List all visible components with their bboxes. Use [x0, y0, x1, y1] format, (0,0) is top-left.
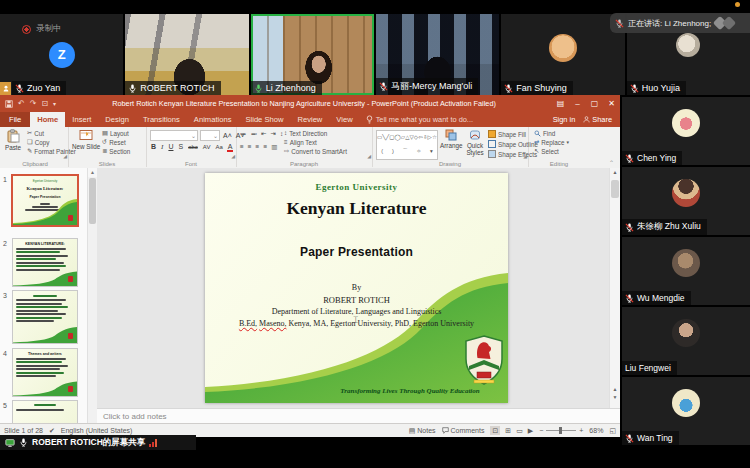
zoom-out-icon[interactable]: −	[539, 427, 543, 434]
share-button[interactable]: Share	[583, 115, 612, 124]
scroll-up-icon[interactable]: ▲	[88, 168, 97, 177]
notes-toggle[interactable]: ▤Notes	[409, 427, 436, 434]
drawing-dialog-launcher-icon[interactable]: ◢	[523, 153, 527, 159]
character-spacing-button[interactable]: AV	[202, 144, 212, 150]
tell-me-box[interactable]: Tell me what you want to do...	[360, 115, 473, 124]
redo-icon[interactable]: ↷	[30, 100, 37, 108]
bullets-icon[interactable]: ≔	[240, 131, 247, 138]
thumbnail-slide-3[interactable]	[12, 290, 78, 344]
normal-view-icon[interactable]: ⊡	[490, 426, 500, 435]
strikethrough-button[interactable]: abc	[187, 144, 199, 150]
thumbnail-slide-5[interactable]	[12, 400, 78, 423]
tab-review[interactable]: Review	[290, 112, 329, 127]
notes-pane[interactable]: Click to add notes	[97, 408, 620, 424]
align-right-icon[interactable]: ≡	[256, 144, 260, 151]
replace-button[interactable]: ⇄Replace▾	[534, 139, 569, 146]
zoom-level[interactable]: 68%	[589, 427, 603, 434]
video-tile-zuo-yan[interactable]: Z Zuo Yan	[0, 14, 123, 95]
video-tile-li-zhenhong[interactable]: Li Zhenhong	[251, 14, 374, 95]
sidebar-tile-zhu-xuliu[interactable]: 朱徐柳 Zhu Xuliu	[622, 167, 750, 235]
fit-to-window-icon[interactable]: ◱	[609, 427, 616, 434]
select-button[interactable]: ↖Select	[534, 148, 569, 155]
tab-view[interactable]: View	[329, 112, 359, 127]
shadow-button[interactable]: S	[177, 143, 184, 150]
minimize-button[interactable]: –	[569, 95, 586, 112]
line-spacing-icon[interactable]: ↕	[280, 131, 283, 138]
align-center-icon[interactable]: ≡	[248, 144, 252, 151]
previous-slide-icon[interactable]: ▲	[610, 386, 620, 392]
slide[interactable]: Egerton University Kenyan Literature Pap…	[205, 173, 508, 403]
zoom-thumb[interactable]	[559, 427, 562, 434]
underline-button[interactable]: U	[167, 143, 174, 150]
sidebar-tile-wu-mengdie[interactable]: Wu Mengdie	[622, 237, 750, 305]
tab-file[interactable]: File	[0, 112, 30, 127]
tab-home[interactable]: Home	[30, 112, 65, 127]
sidebar-tile-wan-ting[interactable]: Wan Ting	[622, 377, 750, 445]
paste-button[interactable]: Paste	[5, 129, 21, 151]
new-slide-button[interactable]: New Slide	[72, 129, 100, 150]
spell-check-icon[interactable]: ✔	[49, 427, 55, 434]
paragraph-dialog-launcher-icon[interactable]: ◢	[367, 153, 371, 159]
tab-design[interactable]: Design	[98, 112, 136, 127]
scrollbar-thumb[interactable]	[611, 180, 619, 198]
undo-icon[interactable]: ↶	[18, 100, 25, 108]
scroll-up-icon[interactable]: ▲	[610, 169, 620, 175]
video-tile-robert-rotich[interactable]: ROBERT ROTICH	[125, 14, 248, 95]
language-status[interactable]: English (United States)	[61, 427, 133, 434]
ribbon-display-options-icon[interactable]: ▤	[552, 95, 569, 112]
tab-animations[interactable]: Animations	[187, 112, 239, 127]
italic-button[interactable]: I	[160, 143, 164, 151]
quick-styles-button[interactable]: Quick Styles	[464, 129, 486, 156]
thumbnail-slide-4[interactable]: Themes and writers	[12, 348, 78, 397]
align-left-icon[interactable]: ≡	[240, 144, 244, 151]
arrange-button[interactable]: Arrange	[440, 129, 462, 149]
start-slideshow-icon[interactable]: ⊡	[41, 100, 48, 108]
zoom-slider[interactable]: − +	[539, 427, 583, 434]
font-size-select[interactable]: ⌄	[200, 130, 220, 141]
justify-icon[interactable]: ≡	[263, 144, 267, 151]
zoom-track[interactable]	[546, 430, 576, 431]
text-direction-button[interactable]: ↕Text Direction	[284, 130, 347, 137]
decrease-indent-icon[interactable]: ⇤	[261, 131, 266, 138]
change-case-button[interactable]: Aa	[214, 144, 223, 150]
increase-indent-icon[interactable]: ⇥	[270, 131, 275, 138]
layout-button[interactable]: ▤Layout	[102, 130, 130, 137]
clipboard-dialog-launcher-icon[interactable]: ◢	[63, 153, 67, 159]
tab-insert[interactable]: Insert	[65, 112, 98, 127]
slide-sorter-view-icon[interactable]: ⊞	[505, 427, 511, 434]
shapes-gallery[interactable]: ▭╲╱▢◯▱ △▽◇⇦⇩▷ ☆()⌒✧▾	[376, 130, 438, 160]
find-button[interactable]: Find	[534, 130, 569, 137]
section-button[interactable]: ≣Section	[102, 148, 130, 155]
align-text-button[interactable]: ≡Align Text	[284, 139, 347, 146]
columns-icon[interactable]: ▥	[271, 144, 277, 151]
video-tile-mercy[interactable]: 马丽-Mercy Mang'oli	[376, 14, 499, 95]
slide-scrollbar[interactable]: ▲ ▲ ▼	[609, 168, 620, 408]
slideshow-view-icon[interactable]: ▶	[528, 427, 533, 434]
convert-smartart-button[interactable]: ⇨Convert to SmartArt	[284, 148, 347, 155]
scrollbar-thumb[interactable]	[89, 178, 96, 224]
video-tile-fan-shuying[interactable]: Fan Shuying	[501, 14, 624, 95]
save-icon[interactable]	[5, 100, 13, 108]
grow-font-icon[interactable]: A˄	[222, 132, 233, 139]
sign-in-button[interactable]: Sign in	[553, 115, 576, 124]
sidebar-tile-liu-fengwei[interactable]: Liu Fengwei	[622, 307, 750, 375]
numbering-icon[interactable]: ≕	[251, 131, 258, 138]
bold-button[interactable]: B	[150, 143, 157, 150]
thumbnail-slide-2[interactable]: KENYAN LITERATURE:	[12, 238, 78, 287]
tab-transitions[interactable]: Transitions	[136, 112, 187, 127]
next-slide-icon[interactable]: ▼	[610, 394, 620, 400]
restore-button[interactable]: ▢	[586, 95, 603, 112]
collapse-ribbon-icon[interactable]: ⌃	[609, 159, 614, 166]
font-name-select[interactable]: ⌄	[150, 130, 198, 141]
font-color-button[interactable]: A	[227, 143, 234, 152]
font-dialog-launcher-icon[interactable]: ◢	[231, 153, 235, 159]
thumbnail-scrollbar[interactable]: ▲	[87, 168, 97, 423]
comments-toggle[interactable]: Comments	[442, 427, 485, 434]
sidebar-tile-chen-ying[interactable]: Chen Ying	[622, 97, 750, 165]
tab-slide-show[interactable]: Slide Show	[238, 112, 290, 127]
close-button[interactable]: ✕	[603, 95, 620, 112]
thumbnail-slide-1[interactable]: Egerton University Kenyan Literature Pap…	[11, 174, 79, 227]
reading-view-icon[interactable]: ▭	[516, 427, 523, 434]
reset-button[interactable]: ↺Reset	[102, 139, 130, 146]
zoom-in-icon[interactable]: +	[579, 427, 583, 434]
